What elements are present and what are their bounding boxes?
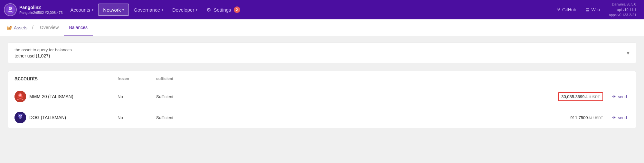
svg-point-6	[17, 96, 19, 98]
breadcrumb-divider: /	[32, 24, 33, 31]
account-frozen-2: No	[118, 115, 156, 120]
brand-name: Pangolin2	[19, 5, 63, 10]
accounts-table: accounts frozen sufficient	[8, 71, 636, 128]
svg-point-5	[19, 94, 21, 96]
nav-developer[interactable]: Developer ▾	[168, 0, 202, 19]
send-button-2[interactable]: ✈ send	[610, 114, 630, 121]
settings-badge: 2	[234, 6, 240, 13]
table-header: accounts frozen sufficient	[8, 71, 636, 86]
settings-gear-icon: ⚙	[206, 7, 211, 13]
subnav-overview[interactable]: Overview	[35, 19, 64, 36]
account-sufficient-2: Sufficient	[156, 115, 208, 120]
avatar-dog	[14, 112, 26, 123]
account-balance-1: 30,085.3699AHUSDT	[208, 92, 610, 101]
nav-github[interactable]: ⑂ GitHub	[553, 0, 580, 19]
svg-point-12	[20, 117, 21, 117]
chevron-down-icon: ▾	[92, 8, 93, 12]
account-identity-2: DOG (TALISMAN)	[14, 112, 118, 123]
table-title: accounts	[14, 75, 118, 82]
table-row: DOG (TALISMAN) No Sufficient 911.7500AHU…	[8, 107, 636, 128]
asset-query-chevron-icon[interactable]: ▾	[627, 49, 630, 56]
send-icon: ✈	[612, 115, 616, 120]
main-content: the asset to query for balances tether u…	[0, 36, 644, 163]
svg-point-2	[9, 7, 11, 9]
account-balance-2: 911.7500AHUSDT	[208, 115, 610, 120]
svg-point-11	[21, 115, 22, 116]
logo-icon	[4, 3, 17, 16]
chevron-down-icon: ▾	[196, 8, 197, 12]
col-sufficient: sufficient	[156, 75, 208, 82]
col-frozen: frozen	[118, 75, 156, 82]
svg-point-7	[21, 96, 23, 98]
nav-network[interactable]: Network ▾	[98, 4, 129, 16]
account-identity-1: MMM 20 (TALISMAN)	[14, 91, 118, 102]
chevron-down-icon: ▾	[162, 8, 163, 12]
nav-governance[interactable]: Governance ▾	[129, 0, 168, 19]
github-icon: ⑂	[557, 7, 560, 13]
asset-query-box: the asset to query for balances tether u…	[8, 43, 636, 63]
balance-value-highlighted: 30,085.3699AHUSDT	[558, 92, 603, 101]
send-button-1[interactable]: ✈ send	[610, 93, 630, 100]
send-icon: ✈	[612, 94, 616, 99]
account-frozen-1: No	[118, 94, 156, 99]
subnav: 🧺 Assets / Overview Balances	[0, 19, 644, 36]
brand-sub: Pangolin2/6502 #2,008,473	[19, 10, 63, 15]
account-sufficient-1: Sufficient	[156, 94, 208, 99]
subnav-balances[interactable]: Balances	[64, 19, 93, 36]
basket-icon: 🧺	[6, 25, 12, 30]
wiki-icon: ▤	[585, 7, 590, 12]
svg-point-10	[19, 115, 20, 116]
table-row: MMM 20 (TALISMAN) No Sufficient 30,085.3…	[8, 86, 636, 107]
account-name-1: MMM 20 (TALISMAN)	[29, 94, 73, 99]
asset-query-label: the asset to query for balances	[14, 47, 72, 52]
nav-accounts[interactable]: Accounts ▾	[66, 0, 98, 19]
avatar-mmm	[14, 91, 26, 102]
subnav-assets[interactable]: 🧺 Assets	[6, 25, 31, 30]
svg-point-9	[18, 114, 22, 118]
nav-settings[interactable]: ⚙ Settings 2	[202, 0, 244, 19]
asset-query-value: tether usd (1,027)	[14, 53, 72, 58]
account-name-2: DOG (TALISMAN)	[29, 115, 66, 120]
version-info: Darwinia v6.5.0 api v10.11.1 apps v0.133…	[605, 2, 640, 18]
nav-wiki[interactable]: ▤ Wiki	[582, 0, 604, 19]
navbar: Pangolin2 Pangolin2/6502 #2,008,473 Acco…	[0, 0, 644, 19]
brand-logo[interactable]: Pangolin2 Pangolin2/6502 #2,008,473	[4, 3, 63, 16]
chevron-down-icon: ▾	[122, 8, 124, 12]
